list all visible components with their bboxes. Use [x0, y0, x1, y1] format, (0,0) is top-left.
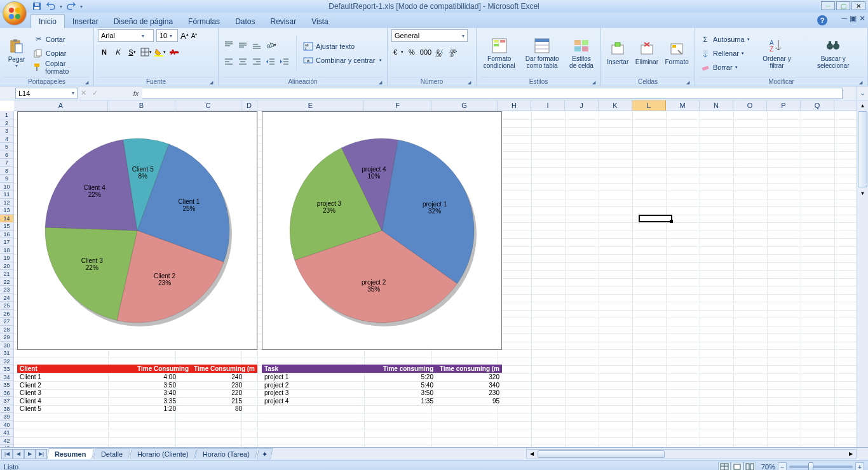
- row-header[interactable]: 17: [0, 238, 13, 246]
- row-header[interactable]: 36: [0, 389, 13, 398]
- row-header[interactable]: 37: [0, 397, 13, 405]
- bold-icon[interactable]: N: [98, 46, 111, 58]
- underline-icon[interactable]: S▾: [126, 46, 139, 58]
- workbook-minimize-icon[interactable]: ─: [841, 14, 847, 23]
- row-header[interactable]: 6: [0, 151, 13, 159]
- row-header[interactable]: 38: [0, 405, 13, 413]
- font-name-select[interactable]: Arial: [98, 29, 154, 42]
- expand-formula-bar-icon[interactable]: ⌄: [857, 86, 868, 100]
- scroll-left-icon[interactable]: ◀: [527, 450, 537, 459]
- row-header[interactable]: 29: [0, 333, 13, 342]
- row-header[interactable]: 9: [0, 175, 13, 183]
- column-header[interactable]: D: [241, 100, 257, 111]
- insert-button[interactable]: Insertar: [605, 32, 631, 75]
- column-header[interactable]: B: [108, 100, 175, 111]
- column-header[interactable]: K: [599, 100, 632, 111]
- format-table-button[interactable]: Dar formato como tabla: [520, 32, 564, 75]
- cell-styles-button[interactable]: Estilos de celda: [566, 32, 597, 75]
- decrease-decimal-icon[interactable]: ,00,0: [447, 46, 460, 58]
- row-header[interactable]: 13: [0, 206, 13, 215]
- row-header[interactable]: 4: [0, 135, 13, 144]
- undo-icon[interactable]: [46, 1, 56, 11]
- fx-icon[interactable]: fx: [130, 88, 142, 99]
- row-header[interactable]: 19: [0, 254, 13, 262]
- cut-button[interactable]: ✂Cortar: [32, 33, 90, 46]
- zoom-out-button[interactable]: −: [778, 462, 787, 471]
- sheet-nav-last-icon[interactable]: ▶|: [36, 449, 47, 459]
- sheet-nav-next-icon[interactable]: ▶: [24, 449, 36, 459]
- row-header[interactable]: 32: [0, 358, 13, 366]
- align-bottom-icon[interactable]: [250, 39, 263, 51]
- view-normal-icon[interactable]: [718, 462, 731, 471]
- scroll-down-icon[interactable]: ▼: [857, 188, 868, 198]
- currency-icon[interactable]: €▾: [391, 46, 404, 58]
- find-select-button[interactable]: Buscar y seleccionar: [803, 32, 864, 75]
- row-header[interactable]: 27: [0, 318, 13, 326]
- column-header[interactable]: A: [14, 100, 108, 111]
- sheet-tab-horario-tarea[interactable]: Horario (Tarea): [195, 448, 259, 459]
- row-header[interactable]: 5: [0, 143, 13, 151]
- chart-clients[interactable]: Client 125%Client 223%Client 322%Client …: [17, 111, 257, 350]
- sheet-tab-resumen[interactable]: Resumen: [46, 448, 94, 459]
- row-header[interactable]: 42: [0, 437, 13, 445]
- sheet-nav-first-icon[interactable]: |◀: [1, 449, 13, 459]
- column-header[interactable]: O: [733, 100, 767, 111]
- undo-dropdown-icon[interactable]: ▾: [60, 4, 62, 10]
- row-header[interactable]: 21: [0, 270, 13, 278]
- row-header[interactable]: 15: [0, 222, 13, 231]
- row-header[interactable]: 3: [0, 127, 13, 135]
- clear-button[interactable]: Borrar▾: [699, 61, 751, 74]
- align-top-icon[interactable]: [222, 39, 235, 51]
- qat-customize-icon[interactable]: ▾: [80, 4, 83, 10]
- row-header[interactable]: 20: [0, 262, 13, 271]
- row-header[interactable]: 34: [0, 373, 13, 382]
- row-header[interactable]: 30: [0, 342, 13, 350]
- column-header[interactable]: C: [175, 100, 241, 111]
- row-header[interactable]: 8: [0, 167, 13, 175]
- zoom-thumb[interactable]: [808, 462, 813, 471]
- scroll-up-icon[interactable]: ▲: [857, 100, 868, 111]
- zoom-slider[interactable]: [789, 466, 853, 468]
- font-size-select[interactable]: 10: [156, 29, 178, 42]
- vscroll-thumb[interactable]: [858, 111, 867, 187]
- cancel-formula-icon[interactable]: ✕: [78, 89, 89, 97]
- row-header[interactable]: 10: [0, 183, 13, 191]
- name-box[interactable]: L14: [15, 88, 78, 99]
- align-right-icon[interactable]: [250, 55, 263, 68]
- row-header[interactable]: 33: [0, 365, 13, 373]
- row-header[interactable]: 24: [0, 294, 13, 302]
- sheet-tab-detalle[interactable]: Detalle: [93, 448, 131, 459]
- row-header[interactable]: 28: [0, 326, 13, 334]
- column-header[interactable]: G: [431, 100, 498, 111]
- workbook-restore-icon[interactable]: ▣: [850, 14, 857, 23]
- row-header[interactable]: 31: [0, 349, 13, 358]
- tab-insertar[interactable]: Insertar: [65, 15, 106, 28]
- comma-icon[interactable]: 000: [419, 46, 432, 58]
- merge-center-button[interactable]: aCombinar y centrar▾: [302, 54, 383, 67]
- close-button[interactable]: ✕: [851, 1, 865, 10]
- tab-formulas[interactable]: Fórmulas: [180, 15, 227, 28]
- row-header[interactable]: 11: [0, 191, 13, 199]
- view-layout-icon[interactable]: [731, 462, 743, 471]
- border-icon[interactable]: ▾: [140, 46, 153, 58]
- redo-icon[interactable]: [66, 1, 76, 11]
- copy-button[interactable]: Copiar: [32, 47, 90, 60]
- tab-inicio[interactable]: Inicio: [31, 14, 65, 28]
- active-cell[interactable]: [639, 215, 672, 222]
- chart-projects[interactable]: project 132%project 235%project 323%proj…: [262, 111, 502, 350]
- tab-vista[interactable]: Vista: [304, 15, 336, 28]
- increase-decimal-icon[interactable]: ,0,00: [433, 46, 446, 58]
- row-header[interactable]: 40: [0, 421, 13, 429]
- column-header[interactable]: Q: [801, 100, 834, 111]
- row-header[interactable]: 7: [0, 159, 13, 167]
- enter-formula-icon[interactable]: ✓: [89, 89, 100, 97]
- row-header[interactable]: 16: [0, 231, 13, 239]
- sheet-tab-horario-cliente[interactable]: Horario (Cliente): [129, 448, 196, 459]
- number-format-select[interactable]: General: [391, 29, 468, 42]
- sheet-nav-prev-icon[interactable]: ◀: [13, 449, 24, 459]
- row-header[interactable]: 1: [0, 111, 13, 119]
- format-painter-button[interactable]: Copiar formato: [32, 61, 90, 74]
- italic-icon[interactable]: K: [112, 46, 125, 58]
- fill-button[interactable]: Rellenar▾: [699, 47, 751, 60]
- formula-input[interactable]: [142, 88, 843, 99]
